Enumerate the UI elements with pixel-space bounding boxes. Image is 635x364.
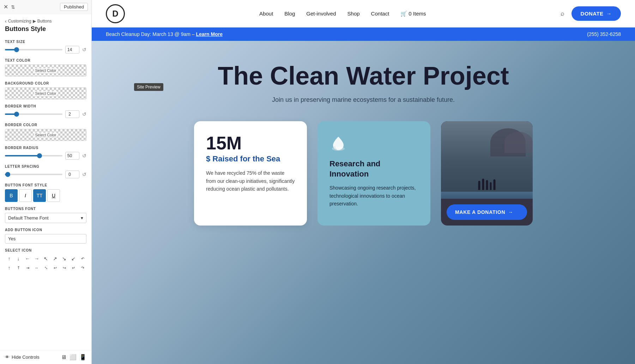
- nav-blog[interactable]: Blog: [284, 11, 295, 17]
- font-style-control: BUTTON FONT STYLE B I TT U: [5, 183, 86, 202]
- breadcrumb-customizing: Customizing: [8, 19, 31, 24]
- text-size-slider[interactable]: [5, 49, 62, 50]
- nav-about[interactable]: About: [259, 11, 273, 17]
- nav-contact[interactable]: Contact: [371, 11, 389, 17]
- icon-back[interactable]: ↩: [51, 264, 59, 272]
- donate-arrow-icon: →: [606, 11, 612, 17]
- icon-downright[interactable]: ↘: [60, 254, 68, 263]
- card-raised: 15M $ Raised for the Sea We have recycle…: [194, 121, 307, 226]
- font-bold-button[interactable]: B: [5, 189, 18, 202]
- icon-right-short[interactable]: ⇥: [23, 264, 32, 272]
- icon-up-bar[interactable]: ⤒: [14, 264, 23, 272]
- text-color-control: TEXT COLOR Select Color: [5, 58, 86, 76]
- search-icon: ⌕: [561, 10, 564, 17]
- hero-subtitle: Join us in preserving marine ecosystems …: [272, 96, 455, 104]
- text-size-control: TEXT SIZE ↺: [5, 40, 86, 54]
- icon-misc[interactable]: ↷: [78, 264, 87, 272]
- icon-upleft[interactable]: ↖: [42, 254, 50, 263]
- panel-top-bar: ✕ ⇅ Published: [0, 0, 91, 14]
- search-button[interactable]: ⌕: [561, 10, 564, 17]
- close-button[interactable]: ✕: [4, 4, 8, 10]
- border-radius-slider[interactable]: [5, 155, 62, 156]
- border-radius-control: BORDER RADIUS ↺: [5, 146, 86, 160]
- header-right: ⌕ DONATE →: [561, 6, 621, 21]
- make-donation-button[interactable]: MAKE A DONATION →: [447, 204, 527, 220]
- icon-curve-left[interactable]: ↶: [78, 254, 87, 263]
- icon-fwd[interactable]: ↪: [60, 264, 68, 272]
- hide-controls-label: Hide Controls: [12, 354, 40, 360]
- published-badge[interactable]: Published: [60, 3, 88, 11]
- icon-downleft[interactable]: ↙: [69, 254, 78, 263]
- text-size-label: TEXT SIZE: [5, 40, 86, 44]
- border-color-swatch[interactable]: Select Color: [5, 129, 86, 141]
- donate-label: DONATE: [581, 11, 604, 17]
- font-italic-button[interactable]: I: [19, 189, 32, 202]
- nav-get-involved[interactable]: Get-involved: [306, 11, 336, 17]
- border-width-slider[interactable]: [5, 113, 62, 115]
- text-size-input[interactable]: [65, 46, 79, 54]
- announcement-bar: Beach Cleanup Day: March 13 @ 9am – Lear…: [92, 27, 635, 41]
- font-underline-button[interactable]: U: [47, 189, 60, 202]
- icon-corner[interactable]: ↵: [69, 264, 78, 272]
- bg-color-label: BACKGROUND COLOR: [5, 81, 86, 85]
- panel-footer: 👁 Hide Controls 🖥 ⬜ 📱: [0, 350, 91, 364]
- bg-color-swatch[interactable]: Select Color: [5, 87, 86, 99]
- border-radius-input[interactable]: [65, 152, 79, 160]
- font-style-label: BUTTON FONT STYLE: [5, 183, 86, 187]
- panel-body: TEXT SIZE ↺ TEXT COLOR Select Color BACK…: [0, 37, 91, 350]
- beach-scene: [441, 121, 533, 199]
- letter-spacing-input[interactable]: [65, 171, 79, 178]
- water-icon: [329, 134, 418, 154]
- font-tt-button[interactable]: TT: [33, 189, 46, 202]
- icon-expand-v[interactable]: ⤡: [42, 264, 50, 272]
- icon-right[interactable]: →: [32, 254, 41, 263]
- main-area: D About Blog Get-involved Shop Contact 🛒…: [92, 0, 635, 364]
- breadcrumb-buttons: Buttons: [37, 19, 52, 24]
- card-text-blue: Showcasing ongoing research projects, te…: [329, 184, 418, 208]
- bg-color-swatch-label: Select Color: [34, 91, 58, 96]
- sort-button[interactable]: ⇅: [11, 4, 15, 10]
- announcement-message: Beach Cleanup Day: March 13 @ 9am –: [106, 31, 195, 37]
- buttons-font-control: BUTTONS FONT Default Theme Font ▾: [5, 207, 86, 223]
- icon-grid: ↑ ↓ ← → ↖ ↗ ↘ ↙ ↶ ↑ ⤒ ⇥ ↔ ⤡ ↩ ↪ ↵ ↷: [5, 254, 86, 272]
- buttons-font-value: Default Theme Font: [8, 215, 49, 221]
- phone-number: (255) 352-6258: [587, 31, 621, 37]
- breadcrumb-separator: ▶: [33, 19, 36, 24]
- icon-upright[interactable]: ↗: [51, 254, 59, 263]
- mobile-view-button[interactable]: 📱: [79, 354, 86, 360]
- text-color-swatch-label: Select Color: [34, 68, 58, 73]
- select-icon-control: SELECT ICON ↑ ↓ ← → ↖ ↗ ↘ ↙ ↶ ↑ ⤒ ⇥ ↔ ⤡ …: [5, 248, 86, 272]
- customizer-panel: ✕ ⇅ Published ‹ Customizing ▶ Buttons Bu…: [0, 0, 92, 364]
- icon-down[interactable]: ↓: [14, 254, 23, 263]
- border-width-label: BORDER WIDTH: [5, 104, 86, 108]
- back-arrow[interactable]: ‹: [5, 18, 7, 24]
- text-color-swatch[interactable]: Select Color: [5, 64, 86, 76]
- hero-section: Site Preview The Clean Water Project Joi…: [92, 41, 635, 364]
- icon-up[interactable]: ↑: [5, 254, 13, 263]
- text-size-reset[interactable]: ↺: [82, 47, 86, 53]
- donate-button[interactable]: DONATE →: [572, 6, 621, 21]
- tablet-view-button[interactable]: ⬜: [69, 354, 77, 360]
- bg-color-control: BACKGROUND COLOR Select Color: [5, 81, 86, 99]
- icon-up2[interactable]: ↑: [5, 264, 13, 272]
- learn-more-link[interactable]: Learn More: [196, 31, 222, 37]
- buttons-font-dropdown[interactable]: Default Theme Font ▾: [5, 213, 86, 223]
- nav-shop[interactable]: Shop: [347, 11, 360, 17]
- desktop-view-button[interactable]: 🖥: [61, 354, 67, 360]
- view-icons: 🖥 ⬜ 📱: [61, 354, 86, 360]
- icon-expand-h[interactable]: ↔: [32, 264, 41, 272]
- border-radius-label: BORDER RADIUS: [5, 146, 86, 150]
- cart-icon: 🛒: [400, 11, 407, 17]
- border-radius-reset[interactable]: ↺: [82, 153, 86, 159]
- border-width-reset[interactable]: ↺: [82, 111, 86, 117]
- add-icon-input[interactable]: [5, 234, 86, 243]
- cart-area[interactable]: 🛒 0 Items: [400, 11, 426, 17]
- letter-spacing-reset[interactable]: ↺: [82, 172, 86, 177]
- add-icon-control: ADD BUTTON ICON: [5, 228, 86, 243]
- border-width-input[interactable]: [65, 110, 79, 118]
- chevron-down-icon: ▾: [81, 215, 83, 221]
- icon-left[interactable]: ←: [23, 254, 32, 263]
- add-icon-label: ADD BUTTON ICON: [5, 228, 86, 232]
- hide-controls-button[interactable]: 👁 Hide Controls: [5, 354, 40, 360]
- letter-spacing-slider[interactable]: [5, 174, 62, 175]
